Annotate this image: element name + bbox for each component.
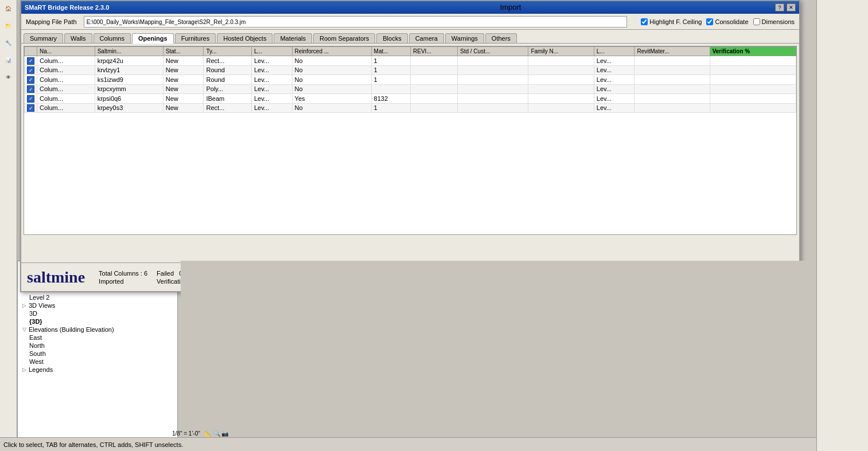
- cell-mat: [371, 84, 411, 94]
- data-table-container[interactable]: Na... Saltmin... Stat... Ty... L... Rein…: [24, 46, 797, 235]
- cell-mat: 1: [371, 75, 411, 85]
- tab-walls[interactable]: Walls: [64, 33, 92, 43]
- cell-l2: Lev...: [594, 56, 635, 66]
- row-check-cell[interactable]: ✓: [25, 84, 37, 94]
- tree-item-3d[interactable]: 3D: [18, 309, 177, 317]
- cell-type: Round: [204, 65, 251, 75]
- tree-item-north[interactable]: North: [18, 342, 177, 350]
- tree-item-elevations[interactable]: ▽ Elevations (Building Elevation): [18, 325, 177, 334]
- dimensions-check[interactable]: Dimensions: [753, 18, 795, 25]
- row-check-cell[interactable]: ✓: [25, 94, 37, 104]
- col-header-verification[interactable]: Verification %: [710, 47, 796, 56]
- cell-family-n: [528, 75, 594, 85]
- table-row[interactable]: ✓ Colum... ks1izwd9 New Round Lev... No …: [25, 75, 796, 85]
- cell-family-n: [528, 103, 594, 113]
- cell-level: Lev...: [251, 94, 292, 104]
- tab-columns[interactable]: Columns: [94, 33, 131, 43]
- sidebar-icon-3[interactable]: 🔧: [2, 36, 15, 50]
- tab-room-separators[interactable]: Room Separators: [313, 33, 375, 43]
- stats-block: Total Columns : 6 Imported: [99, 270, 147, 285]
- col-header-stat[interactable]: Stat...: [163, 47, 204, 56]
- checkbox-checked[interactable]: ✓: [27, 85, 34, 93]
- cell-level: Lev...: [251, 75, 292, 85]
- checkbox-checked[interactable]: ✓: [27, 66, 34, 74]
- cell-std-cust: [458, 65, 528, 75]
- col-header-type[interactable]: Ty...: [204, 47, 251, 56]
- cell-mat: 1: [371, 103, 411, 113]
- table-row[interactable]: ✓ Colum... krpcxymm New Poly... Lev... N…: [25, 84, 796, 94]
- col-header-name[interactable]: Na...: [37, 47, 95, 56]
- col-header-revi[interactable]: REVI...: [411, 47, 458, 56]
- highlight-ceiling-input[interactable]: [641, 18, 648, 25]
- tab-materials[interactable]: Materials: [274, 33, 312, 43]
- col-header-saltmin[interactable]: Saltmin...: [95, 47, 163, 56]
- dialog-header: Mapping File Path E:\000_Daily_Works\Map…: [21, 14, 799, 30]
- tree-item-legends[interactable]: ▷ Legends: [18, 366, 177, 374]
- table-row[interactable]: ✓ Colum... krvlzyy1 New Round Lev... No …: [25, 65, 796, 75]
- checkbox-checked[interactable]: ✓: [27, 95, 34, 103]
- row-check-cell[interactable]: ✓: [25, 65, 37, 75]
- col-header-level[interactable]: L...: [251, 47, 292, 56]
- tab-camera[interactable]: Camera: [409, 33, 444, 43]
- sidebar-icon-4[interactable]: 📊: [2, 53, 15, 67]
- cell-family-n: [528, 56, 594, 66]
- table-row[interactable]: ✓ Colum... krpsi0q6 New IBeam Lev... Yes…: [25, 94, 796, 104]
- cell-name: Colum...: [37, 84, 95, 94]
- tab-hosted-objects[interactable]: Hosted Objects: [217, 33, 273, 43]
- saltmine-logo: saltmine: [27, 269, 85, 285]
- cell-reinforced: No: [292, 65, 371, 75]
- cell-saltmin: krpcxymm: [95, 84, 163, 94]
- checkbox-checked[interactable]: ✓: [27, 76, 34, 84]
- expand-icon: ▽: [22, 327, 26, 332]
- tree-item-west[interactable]: West: [18, 358, 177, 366]
- highlight-ceiling-check[interactable]: Highlight F. Ceiling: [641, 18, 702, 25]
- cell-name: Colum...: [37, 94, 95, 104]
- cell-std-cust: [458, 94, 528, 104]
- row-check-cell[interactable]: ✓: [25, 75, 37, 85]
- consolidate-check[interactable]: Consolidate: [706, 18, 748, 25]
- tab-summary[interactable]: Summary: [24, 33, 63, 43]
- tree-item-ceiling-level2[interactable]: Level 2: [18, 293, 177, 301]
- cell-stat: New: [163, 103, 204, 113]
- col-header-family-n[interactable]: Family N...: [528, 47, 594, 56]
- row-check-cell[interactable]: ✓: [25, 103, 37, 113]
- cell-saltmin: krpsi0q6: [95, 94, 163, 104]
- tab-openings[interactable]: Openings: [132, 33, 174, 44]
- cell-std-cust: [458, 75, 528, 85]
- col-header-mat[interactable]: Mat...: [371, 47, 411, 56]
- checkbox-checked[interactable]: ✓: [27, 104, 34, 112]
- tree-item-south[interactable]: South: [18, 350, 177, 358]
- cell-stat: New: [163, 94, 204, 104]
- cell-name: Colum...: [37, 56, 95, 66]
- 3d-viewport: [181, 261, 813, 437]
- dimensions-input[interactable]: [753, 18, 760, 25]
- col-header-reinforced[interactable]: Reinforced ...: [292, 47, 371, 56]
- tree-item-east[interactable]: East: [18, 334, 177, 342]
- col-header-revit-mater[interactable]: RevitMater...: [635, 47, 710, 56]
- tab-bar: Summary Walls Columns Openings Furniture…: [21, 30, 799, 44]
- col-header-std-cust[interactable]: Std / Cust...: [458, 47, 528, 56]
- tab-others[interactable]: Others: [485, 33, 517, 43]
- tab-warnings[interactable]: Warnings: [445, 33, 484, 43]
- tree-item-3d-current[interactable]: {3D}: [18, 317, 177, 325]
- tab-furnitures[interactable]: Furnitures: [175, 33, 216, 43]
- row-check-cell[interactable]: ✓: [25, 56, 37, 66]
- checkbox-checked[interactable]: ✓: [27, 57, 34, 65]
- consolidate-input[interactable]: [706, 18, 713, 25]
- cell-verification: [710, 84, 796, 94]
- sidebar-icon-2[interactable]: 📁: [2, 19, 15, 33]
- tab-blocks[interactable]: Blocks: [376, 33, 407, 43]
- cell-std-cust: [458, 56, 528, 66]
- sidebar-icon-1[interactable]: 🏠: [2, 2, 15, 15]
- cell-l2: Lev...: [594, 65, 635, 75]
- table-row[interactable]: ✓ Colum... krpqz42u New Rect... Lev... N…: [25, 56, 796, 66]
- col-header-l2[interactable]: L...: [594, 47, 635, 56]
- sidebar-icon-5[interactable]: 👁: [2, 70, 15, 84]
- tree-item-3dviews[interactable]: ▷ 3D Views: [18, 301, 177, 309]
- table-row[interactable]: ✓ Colum... krpey0s3 New Rect... Lev... N…: [25, 103, 796, 113]
- cell-revi: [411, 103, 458, 113]
- cell-l2: Lev...: [594, 103, 635, 113]
- cell-revit-mater: [635, 103, 710, 113]
- dialog-import-label: Import: [222, 1, 799, 14]
- scale-bar: 1/8" = 1'-0" 📐 🔍 📷: [172, 430, 228, 437]
